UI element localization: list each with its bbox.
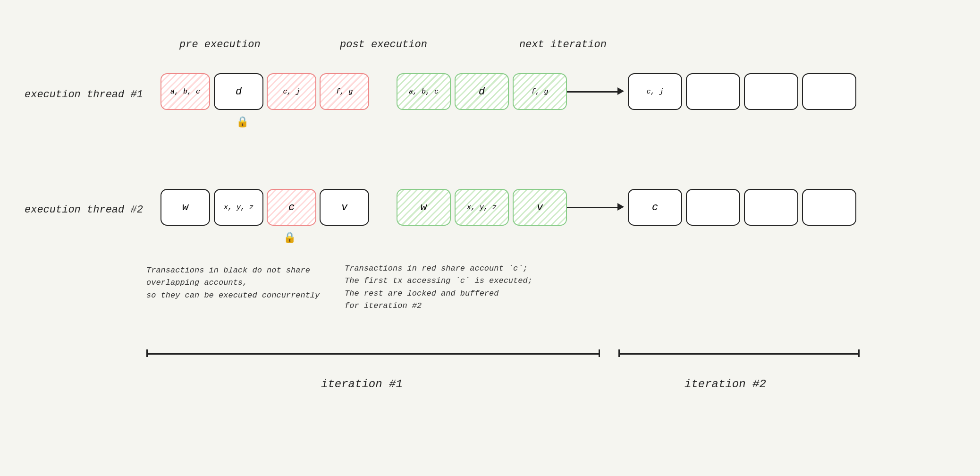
thread2-pre-box-4: v xyxy=(320,189,369,226)
thread2-next-box-1: c xyxy=(628,189,682,226)
thread1-pre-box-2: d xyxy=(214,73,263,110)
thread2-post-box-3: v xyxy=(513,189,567,226)
iteration2-label: iteration #2 xyxy=(684,378,766,391)
thread1-pre-box-3: c, j xyxy=(267,73,316,110)
thread2-next-box-4 xyxy=(802,189,856,226)
thread2-post-box-1: w xyxy=(397,189,451,226)
thread2-arrow-line xyxy=(567,207,619,208)
thread1-lock-icon: 🔒 xyxy=(236,116,249,128)
thread2-post-box-2: x, y, z xyxy=(455,189,509,226)
thread2-next-box-2 xyxy=(686,189,740,226)
thread2-pre-box-2: x, y, z xyxy=(214,189,263,226)
thread1-arrow-head xyxy=(617,87,624,95)
post-execution-header: post execution xyxy=(340,39,427,51)
iter2-bar xyxy=(618,353,859,355)
thread1-next-box-2 xyxy=(686,73,740,110)
next-iteration-header: next iteration xyxy=(519,39,607,51)
thread2-pre-box-3: c xyxy=(267,189,316,226)
iter1-bar xyxy=(146,353,600,355)
annotation-right: Transactions in red share account `c`; T… xyxy=(345,263,532,312)
thread2-label: execution thread #2 xyxy=(25,204,143,216)
thread1-arrow-line xyxy=(567,91,619,93)
thread2-arrow-head xyxy=(617,203,624,211)
thread2-lock-icon: 🔒 xyxy=(283,231,296,244)
thread1-pre-box-1: a, b, c xyxy=(161,73,210,110)
thread1-label: execution thread #1 xyxy=(25,89,143,101)
iter2-tick-right xyxy=(858,349,860,357)
thread1-post-box-3: f, g xyxy=(513,73,567,110)
thread1-next-box-3 xyxy=(744,73,798,110)
thread2-pre-box-1: w xyxy=(161,189,210,226)
thread2-next-box-3 xyxy=(744,189,798,226)
thread1-post-box-1: a, b, c xyxy=(397,73,451,110)
pre-execution-header: pre execution xyxy=(179,39,261,51)
iter1-tick-right xyxy=(599,349,600,357)
thread1-next-box-1: c, j xyxy=(628,73,682,110)
thread1-pre-box-4: f, g xyxy=(320,73,369,110)
annotation-left: Transactions in black do not share overl… xyxy=(146,264,320,302)
thread1-next-box-4 xyxy=(802,73,856,110)
iteration1-label: iteration #1 xyxy=(321,378,403,391)
thread1-post-box-2: d xyxy=(455,73,509,110)
